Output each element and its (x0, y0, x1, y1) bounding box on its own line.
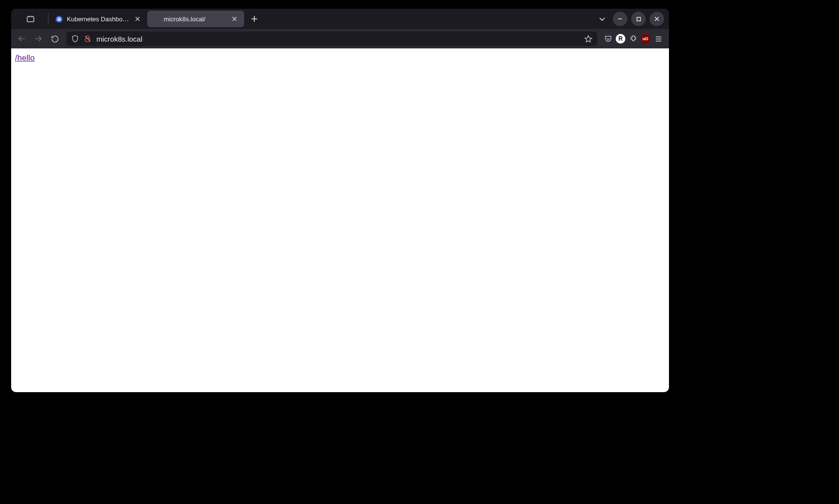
tab-microk8s-local[interactable]: microk8s.local/ (147, 11, 244, 27)
reload-button[interactable] (47, 31, 62, 46)
insecure-lock-icon (84, 35, 92, 43)
window-close-button[interactable] (650, 12, 664, 26)
app-menu-button[interactable] (651, 31, 666, 46)
address-bar[interactable]: microk8s.local (66, 31, 597, 46)
list-all-tabs-button[interactable] (595, 12, 609, 26)
browser-window: Kubernetes Dashboard microk8s.local/ (11, 9, 669, 392)
tabstrip-separator (48, 13, 48, 25)
tab-kubernetes-dashboard[interactable]: Kubernetes Dashboard (50, 11, 147, 27)
window-maximize-button[interactable] (631, 12, 646, 26)
ublock-origin-button[interactable]: uO (641, 34, 650, 43)
tab-strip: Kubernetes Dashboard microk8s.local/ (11, 9, 669, 29)
hello-link[interactable]: /hello (15, 53, 35, 62)
back-button[interactable] (14, 31, 30, 46)
shield-icon (71, 35, 79, 43)
svg-rect-17 (637, 17, 640, 20)
recent-tabs-button[interactable] (13, 15, 48, 23)
tab-title: Kubernetes Dashboard (67, 15, 131, 23)
nav-toolbar: microk8s.local R uO (11, 29, 669, 48)
page-viewport: /hello (11, 48, 669, 392)
k8s-favicon (55, 15, 63, 23)
tabstrip-right (595, 12, 667, 26)
svg-marker-24 (585, 35, 591, 42)
tab-title: microk8s.local/ (164, 15, 228, 23)
pocket-button[interactable] (601, 32, 615, 46)
bookmark-star-icon[interactable] (584, 35, 592, 43)
extensions-button[interactable] (626, 32, 640, 46)
extension-r-button[interactable]: R (616, 34, 625, 44)
forward-button[interactable] (31, 31, 46, 46)
recent-tabs-icon (26, 15, 35, 23)
window-minimize-button[interactable] (613, 12, 627, 26)
tab-close-button[interactable] (230, 14, 239, 24)
new-tab-button[interactable] (247, 12, 262, 26)
blank-favicon (152, 15, 160, 23)
svg-rect-0 (27, 17, 34, 22)
tab-close-button[interactable] (133, 14, 142, 24)
url-text: microk8s.local (96, 35, 584, 43)
